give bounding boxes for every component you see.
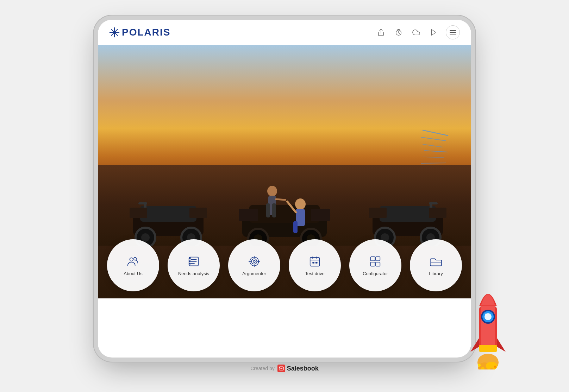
timer-icon[interactable]: [393, 27, 404, 38]
nav-item-argumenter[interactable]: Argumenter: [228, 239, 280, 291]
salesbook-icon: [277, 365, 285, 372]
tablet-wrapper: POLARIS: [98, 20, 471, 372]
svg-point-58: [250, 257, 259, 266]
svg-point-50: [134, 257, 137, 260]
svg-point-83: [490, 368, 493, 369]
svg-rect-74: [376, 262, 380, 266]
svg-rect-42: [293, 221, 298, 233]
svg-rect-65: [310, 257, 320, 266]
svg-point-89: [485, 314, 487, 316]
svg-rect-76: [279, 367, 283, 370]
svg-rect-30: [369, 208, 387, 218]
nav-item-library[interactable]: Library: [410, 239, 462, 291]
header-icons: [375, 25, 460, 39]
play-icon[interactable]: [428, 27, 439, 38]
nav-label-configurator: Configurator: [363, 271, 388, 276]
svg-rect-73: [371, 262, 375, 266]
svg-point-77: [477, 354, 499, 369]
hero-area: About Us: [98, 45, 471, 298]
svg-rect-38: [239, 209, 258, 221]
svg-rect-21: [189, 208, 207, 218]
svg-rect-70: [315, 261, 318, 263]
nav-menu: About Us: [98, 235, 471, 298]
svg-rect-85: [481, 304, 495, 347]
calendar-icon: [308, 255, 321, 268]
svg-rect-90: [479, 345, 497, 352]
svg-rect-55: [189, 257, 191, 259]
svg-rect-33: [249, 205, 320, 223]
nav-item-configurator[interactable]: Configurator: [349, 239, 401, 291]
svg-rect-39: [311, 209, 330, 221]
svg-rect-56: [189, 260, 191, 262]
svg-rect-23: [380, 206, 436, 222]
people-icon: [126, 255, 140, 268]
tablet-frame: POLARIS: [98, 20, 471, 358]
svg-rect-13: [140, 206, 196, 222]
cloud-icon[interactable]: [411, 27, 422, 38]
nav-label-test-drive: Test drive: [305, 271, 325, 276]
svg-rect-25: [429, 202, 438, 204]
polaris-star-icon: [109, 27, 120, 38]
svg-point-78: [478, 362, 491, 369]
svg-rect-46: [266, 203, 270, 217]
svg-point-87: [482, 311, 494, 322]
svg-marker-7: [432, 29, 436, 35]
center-scene: [232, 168, 337, 239]
sky-layer: [98, 45, 471, 184]
svg-rect-31: [429, 208, 446, 218]
polaris-logo: POLARIS: [109, 27, 170, 38]
svg-rect-20: [130, 208, 147, 218]
svg-point-40: [295, 198, 306, 210]
created-footer: Created by Salesbook: [250, 365, 319, 372]
menu-icon[interactable]: [446, 25, 460, 39]
atv-right: [365, 201, 450, 239]
svg-point-44: [267, 186, 277, 196]
nav-label-needs-analysis: Needs analysis: [178, 271, 209, 276]
svg-rect-71: [371, 257, 375, 260]
grid-icon: [369, 255, 382, 268]
nav-label-library: Library: [429, 271, 443, 276]
svg-point-80: [478, 364, 481, 367]
svg-point-49: [130, 258, 133, 261]
salesbook-text: Salesbook: [287, 365, 319, 372]
svg-rect-47: [272, 203, 276, 217]
svg-point-81: [494, 366, 496, 368]
target-icon: [248, 255, 261, 268]
nav-item-test-drive[interactable]: Test drive: [289, 239, 341, 291]
svg-point-79: [486, 362, 497, 369]
salesbook-logo: Salesbook: [277, 365, 319, 372]
share-icon[interactable]: [375, 27, 387, 38]
svg-rect-72: [376, 257, 380, 260]
folder-icon: [429, 255, 443, 268]
svg-point-59: [251, 259, 257, 264]
svg-point-86: [481, 310, 495, 324]
nav-label-argumenter: Argumenter: [242, 271, 266, 276]
svg-rect-57: [189, 263, 191, 264]
svg-rect-69: [312, 261, 314, 263]
svg-line-48: [276, 199, 285, 200]
nav-item-about-us[interactable]: About Us: [107, 239, 159, 291]
svg-rect-84: [479, 306, 497, 352]
created-by-label: Created by: [250, 366, 274, 371]
app-header: POLARIS: [98, 20, 471, 45]
logo-text: POLARIS: [122, 27, 170, 38]
svg-rect-15: [138, 202, 147, 204]
svg-point-60: [253, 260, 255, 263]
svg-point-88: [484, 313, 492, 320]
nav-label-about-us: About Us: [124, 271, 142, 276]
list-icon: [187, 255, 200, 268]
svg-point-82: [481, 367, 484, 369]
nav-item-needs-analysis[interactable]: Needs analysis: [168, 239, 220, 291]
atv-left: [126, 201, 211, 239]
